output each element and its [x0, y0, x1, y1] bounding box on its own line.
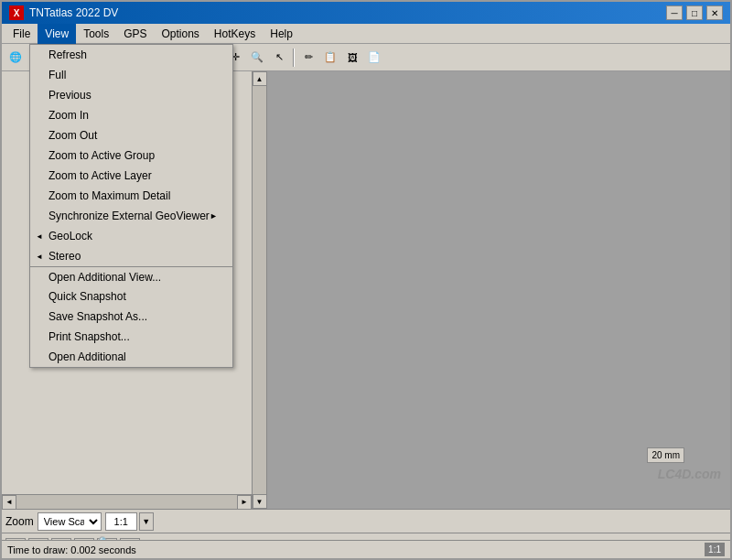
menu-view[interactable]: View — [38, 24, 76, 44]
menu-file[interactable]: File — [5, 24, 38, 44]
sync-external-label: Synchronize External GeoViewer — [48, 210, 210, 222]
menu-item-zoom-active-group[interactable]: Zoom to Active Group — [30, 145, 232, 166]
maximize-button[interactable]: □ — [686, 5, 703, 20]
title-bar: X TNTatlas 2022 DV ─ □ ✕ — [2, 2, 730, 24]
menu-item-full[interactable]: Full — [30, 65, 232, 85]
menu-bar: File View Tools GPS Options HotKeys Help… — [2, 24, 730, 44]
toolbar-btn-zoom[interactable]: 🔍 — [247, 48, 267, 68]
zoom-ratio-input[interactable] — [105, 512, 137, 531]
menu-item-print-snapshot[interactable]: Print Snapshot... — [30, 327, 232, 347]
zoom-bar: Zoom View Scale 1:1 1:2 2:1 ▼ — [2, 509, 730, 533]
menu-item-quick-snapshot[interactable]: Quick Snapshot — [30, 286, 232, 307]
scroll-track[interactable] — [253, 86, 266, 494]
close-button[interactable]: ✕ — [706, 5, 723, 20]
toolbar-separator-4 — [293, 48, 295, 67]
menu-hotkeys[interactable]: HotKeys — [207, 24, 263, 44]
menu-tools[interactable]: Tools — [76, 24, 116, 44]
menu-item-save-snapshot[interactable]: Save Snapshot As... — [30, 307, 232, 327]
submenu-arrow-icon: ► — [210, 211, 218, 221]
toolbar-icon-globe[interactable]: 🌐 — [5, 48, 26, 68]
title-bar-controls[interactable]: ─ □ ✕ — [666, 5, 723, 20]
menu-options[interactable]: Options — [155, 24, 207, 44]
zoom-dropdown-btn[interactable]: ▼ — [139, 512, 154, 531]
menu-item-stereo[interactable]: Stereo — [30, 246, 232, 266]
toolbar-btn-doc[interactable]: 📄 — [364, 48, 384, 68]
zoom-ratio: ▼ — [105, 512, 154, 531]
zoom-select[interactable]: View Scale 1:1 1:2 2:1 — [38, 512, 102, 531]
scale-text: 20 mm — [651, 450, 680, 460]
status-text: Time to draw: 0.002 seconds — [7, 544, 136, 555]
view-dropdown-menu: Refresh Full Previous Zoom In Zoom Out Z… — [29, 44, 233, 368]
toolbar-btn-cursor[interactable]: ↖ — [269, 48, 289, 68]
canvas-area[interactable]: 20 mm LC4D.com — [267, 71, 730, 509]
scale-badge: 20 mm — [647, 447, 684, 463]
minimize-button[interactable]: ─ — [666, 5, 683, 20]
scroll-right-arrow[interactable]: ► — [237, 495, 252, 510]
scroll-down-arrow[interactable]: ▼ — [253, 494, 267, 509]
title-bar-left: X TNTatlas 2022 DV — [9, 5, 118, 20]
menu-item-zoom-out[interactable]: Zoom Out — [30, 125, 232, 145]
menu-item-geolock[interactable]: GeoLock — [30, 226, 232, 246]
toolbar-btn-image[interactable]: 🖼 — [342, 48, 362, 68]
menu-item-previous[interactable]: Previous — [30, 85, 232, 105]
toolbar-btn-edit[interactable]: ✏ — [298, 48, 318, 68]
menu-item-zoom-max-detail[interactable]: Zoom to Maximum Detail — [30, 186, 232, 206]
menu-item-zoom-in[interactable]: Zoom In — [30, 105, 232, 125]
menu-help[interactable]: Help — [263, 24, 300, 44]
menu-item-refresh[interactable]: Refresh — [30, 45, 232, 65]
left-panel-scrollbar[interactable]: ▲ ▼ — [252, 71, 266, 509]
scroll-up-arrow[interactable]: ▲ — [253, 71, 267, 86]
zoom-label: Zoom — [5, 515, 34, 528]
ratio-badge: 1:1 — [705, 543, 725, 556]
watermark: LC4D.com — [658, 467, 721, 481]
app-icon: X — [9, 5, 24, 20]
scroll-left-arrow[interactable]: ◄ — [2, 495, 16, 510]
menu-item-sync-external[interactable]: Synchronize External GeoViewer ► — [30, 206, 232, 226]
menu-item-zoom-active-layer[interactable]: Zoom to Active Layer — [30, 166, 232, 186]
toolbar-btn-clipboard[interactable]: 📋 — [320, 48, 340, 68]
menu-item-open-additional[interactable]: Open Additional — [30, 347, 232, 367]
menu-item-open-additional-view[interactable]: Open Additional View... — [30, 266, 232, 286]
app-title: TNTatlas 2022 DV — [29, 6, 118, 19]
status-bar: Time to draw: 0.002 seconds 1:1 — [2, 540, 730, 558]
scroll-h-track[interactable] — [16, 495, 237, 509]
menu-gps[interactable]: GPS — [116, 24, 154, 44]
